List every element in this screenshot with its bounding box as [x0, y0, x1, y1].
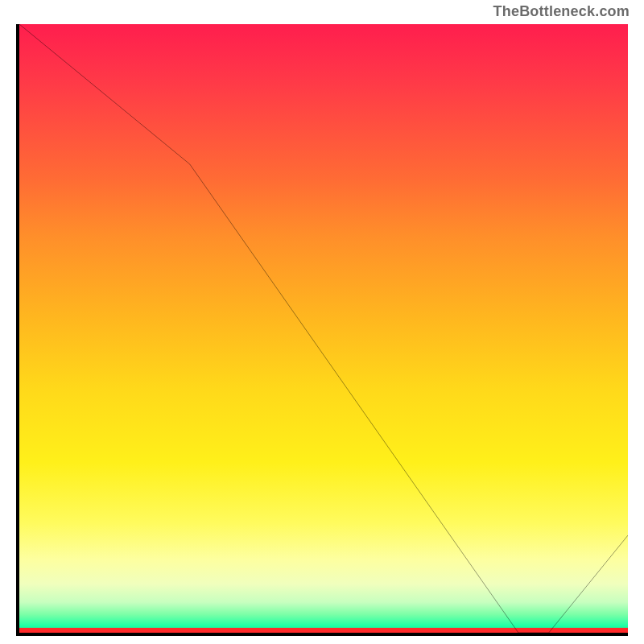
plot-area [16, 24, 628, 636]
chart-container: TheBottleneck.com [0, 0, 644, 644]
data-line [19, 24, 628, 633]
attribution-text: TheBottleneck.com [493, 3, 630, 20]
